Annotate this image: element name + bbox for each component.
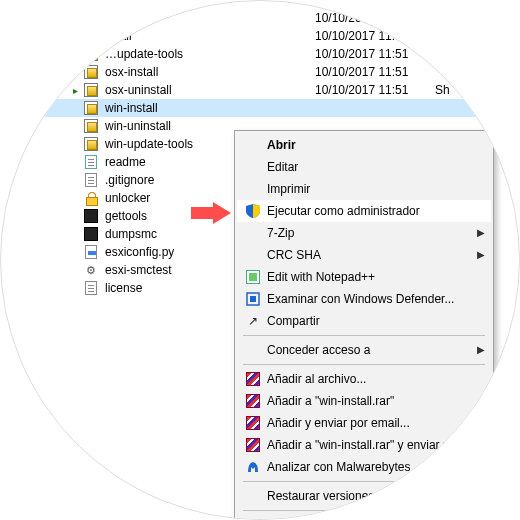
svg-marker-0 (191, 202, 231, 224)
menu-item-open[interactable]: Abrir (237, 134, 491, 156)
menu-item-crc-sha[interactable]: CRC SHA ▶ (237, 244, 491, 266)
rar-icon (243, 415, 263, 431)
context-menu: Abrir Editar Imprimir Ejecutar como admi… (234, 130, 494, 520)
submenu-arrow-icon: ▶ (477, 227, 485, 238)
submenu-arrow-icon: ▶ (477, 249, 485, 260)
lock-icon (83, 190, 99, 206)
file-date: 10/10/2017 11:51 (315, 65, 435, 79)
file-row[interactable]: ▸ osx-uninstall 10/10/2017 11:51 Sh (1, 81, 520, 99)
rar-icon (243, 393, 263, 409)
menu-item-7zip[interactable]: 7-Zip ▶ (237, 222, 491, 244)
file-date: 10/10/201 (315, 11, 435, 25)
gear-icon: ⚙ (83, 262, 99, 278)
shield-icon (243, 203, 263, 219)
text-file-icon (83, 280, 99, 296)
defender-icon (243, 291, 263, 307)
batch-icon (83, 28, 99, 44)
file-date: 10/10/2017 11:51 (315, 47, 435, 61)
menu-separator (243, 510, 485, 511)
file-row[interactable]: …update-tools 10/10/2017 11:51 (1, 45, 520, 63)
folder-icon (83, 10, 99, 26)
submenu-arrow-icon: ▶ (477, 344, 485, 355)
file-name: …iall (105, 29, 315, 43)
menu-separator (243, 335, 485, 336)
menu-item-run-as-admin[interactable]: Ejecutar como administrador (237, 200, 491, 222)
menu-item-rar-add[interactable]: Añadir al archivo... (237, 368, 491, 390)
rar-icon (243, 371, 263, 387)
exe-icon (83, 226, 99, 242)
batch-icon (83, 82, 99, 98)
menu-item-rar-email[interactable]: Añadir y enviar por email... (237, 412, 491, 434)
rar-icon (243, 437, 263, 453)
file-name: osx-uninstall (105, 83, 315, 97)
file-name: … (105, 11, 315, 25)
exe-icon (83, 208, 99, 224)
file-name: osx-install (105, 65, 315, 79)
menu-item-print[interactable]: Imprimir (237, 178, 491, 200)
svg-rect-2 (250, 296, 256, 302)
text-file-icon (83, 172, 99, 188)
menu-item-share[interactable]: ↗ Compartir (237, 310, 491, 332)
file-row-selected[interactable]: win-install (1, 99, 520, 117)
annotation-arrow-icon (191, 202, 231, 224)
file-name: win-install (105, 101, 315, 115)
python-file-icon (83, 244, 99, 260)
file-type: Sh (435, 83, 495, 97)
menu-item-defender[interactable]: Examinar con Windows Defender... (237, 288, 491, 310)
menu-item-send-to[interactable]: Enviar a ▶ (237, 514, 491, 520)
text-file-icon (83, 154, 99, 170)
file-row[interactable]: …iall 10/10/2017 11:51 (1, 27, 520, 45)
malwarebytes-icon (243, 459, 263, 475)
file-date: 10/10/2017 11:51 (315, 83, 435, 97)
menu-separator (243, 481, 485, 482)
file-row[interactable]: osx-install 10/10/2017 11:51 (1, 63, 520, 81)
menu-separator (243, 364, 485, 365)
menu-item-notepadpp[interactable]: Edit with Notepad++ (237, 266, 491, 288)
batch-icon (83, 64, 99, 80)
batch-icon (83, 100, 99, 116)
file-date: 10/10/2017 11:51 (315, 29, 435, 43)
file-name: …update-tools (105, 47, 315, 61)
menu-item-rar-add-named[interactable]: Añadir a "win-install.rar" (237, 390, 491, 412)
menu-item-restore-versions[interactable]: Restaurar versiones anterio (237, 485, 491, 507)
batch-icon (83, 118, 99, 134)
menu-item-malwarebytes[interactable]: Analizar con Malwarebytes (237, 456, 491, 478)
batch-icon (83, 136, 99, 152)
menu-item-grant-access[interactable]: Conceder acceso a ▶ (237, 339, 491, 361)
batch-icon (83, 46, 99, 62)
expand-glyph[interactable]: ▸ (69, 85, 81, 96)
menu-item-rar-email-named[interactable]: Añadir a "win-install.rar" y enviar por … (237, 434, 491, 456)
file-row[interactable]: … 10/10/201 (1, 9, 520, 27)
menu-item-edit[interactable]: Editar (237, 156, 491, 178)
share-icon: ↗ (243, 313, 263, 329)
notepadpp-icon (243, 269, 263, 285)
